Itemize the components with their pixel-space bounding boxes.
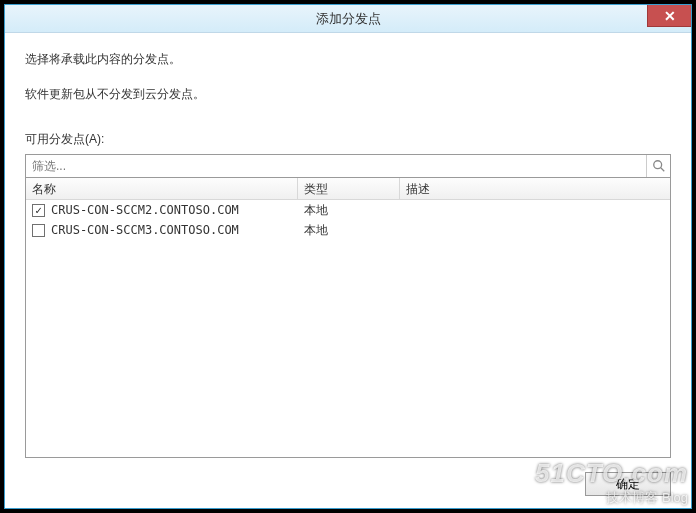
checkbox[interactable]: [32, 224, 45, 237]
svg-line-1: [660, 168, 664, 172]
table-row[interactable]: CRUS-CON-SCCM3.CONTOSO.COM 本地: [26, 220, 670, 240]
search-icon[interactable]: [646, 155, 670, 177]
close-icon: ✕: [664, 8, 676, 24]
check-icon: ✓: [35, 205, 42, 216]
titlebar: 添加分发点 ✕: [5, 5, 691, 33]
close-button[interactable]: ✕: [647, 5, 691, 27]
col-header-name[interactable]: 名称: [26, 178, 298, 199]
filter-input[interactable]: [26, 155, 646, 177]
dialog-content: 选择将承载此内容的分发点。 软件更新包从不分发到云分发点。 可用分发点(A): …: [5, 33, 691, 508]
description-line-1: 选择将承载此内容的分发点。: [25, 51, 671, 68]
ok-button[interactable]: 确定: [585, 472, 671, 496]
row-name: CRUS-CON-SCCM3.CONTOSO.COM: [51, 223, 239, 237]
row-type: 本地: [298, 222, 400, 239]
row-name: CRUS-CON-SCCM2.CONTOSO.COM: [51, 203, 239, 217]
table-row[interactable]: ✓ CRUS-CON-SCCM2.CONTOSO.COM 本地: [26, 200, 670, 220]
col-header-desc[interactable]: 描述: [400, 178, 670, 199]
description-line-2: 软件更新包从不分发到云分发点。: [25, 86, 671, 103]
dp-list: 名称 类型 描述 ✓ CRUS-CON-SCCM2.CONTOSO.COM 本地: [25, 178, 671, 458]
column-headers: 名称 类型 描述: [26, 178, 670, 200]
dialog-title: 添加分发点: [316, 10, 381, 28]
magnifier-icon: [652, 159, 666, 173]
checkbox[interactable]: ✓: [32, 204, 45, 217]
row-type: 本地: [298, 202, 400, 219]
col-header-type[interactable]: 类型: [298, 178, 400, 199]
filter-bar: [25, 154, 671, 178]
available-dp-label: 可用分发点(A):: [25, 131, 671, 148]
svg-point-0: [653, 161, 661, 169]
dialog-window: 添加分发点 ✕ 选择将承载此内容的分发点。 软件更新包从不分发到云分发点。 可用…: [4, 4, 692, 509]
dialog-footer: 确定: [25, 458, 671, 496]
list-rows: ✓ CRUS-CON-SCCM2.CONTOSO.COM 本地 CRUS-CON…: [26, 200, 670, 457]
